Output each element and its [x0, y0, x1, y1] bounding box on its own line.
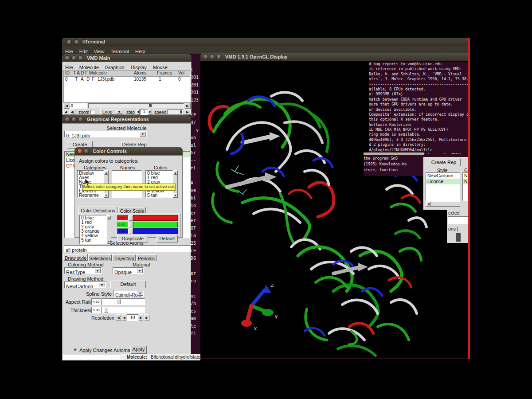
loop-dropdown-arrow-icon[interactable]: ▼ — [116, 110, 122, 114]
terminal-close-icon[interactable] — [66, 39, 72, 45]
step-value-box[interactable]: 1 — [140, 109, 148, 115]
material-arrow-icon[interactable]: ▼ — [137, 268, 143, 273]
graph-rep-maximize-icon[interactable] — [78, 117, 83, 122]
status-input[interactable] — [63, 355, 120, 360]
definition-item-5[interactable]: 5 tan — [80, 238, 106, 242]
definitions-scroll-down-icon[interactable]: ▼ — [107, 240, 111, 244]
aspect-ratio-slider-thumb[interactable] — [117, 299, 121, 304]
selected-atoms-input[interactable]: all protein — [64, 245, 191, 252]
opengl-minimize-icon[interactable] — [210, 54, 215, 59]
color-item-1[interactable]: 1 red — [146, 175, 172, 180]
selected-molecule-arrow-icon[interactable]: ▼ — [140, 132, 146, 137]
spline-style-arrow-icon[interactable]: ▼ — [137, 291, 143, 296]
resolution-fast-up-button[interactable]: ▶ — [144, 314, 149, 321]
speed-slider-track[interactable] — [167, 110, 183, 114]
definition-item-3[interactable]: 3 orange — [80, 229, 106, 233]
color-controls-titlebar[interactable]: Color Controls — [74, 147, 183, 155]
apply-button[interactable]: Apply — [130, 346, 147, 354]
vmd-main-close-icon[interactable] — [65, 55, 70, 61]
thickness-slider-thumb[interactable] — [104, 308, 108, 313]
category-item-1[interactable]: Axes — [78, 175, 103, 180]
play-reverse-button[interactable]: ◀ — [63, 109, 68, 115]
grayscale-button[interactable]: Grayscale — [117, 235, 148, 243]
blue-value-box[interactable]: 1.00 — [117, 228, 129, 234]
categories-scroll-up-icon[interactable]: ▲ — [104, 171, 108, 175]
definition-item-0[interactable]: 0 blue — [80, 215, 106, 220]
aspect-ratio-value-box[interactable]: 4.10 — [91, 298, 101, 305]
frame-first-button[interactable]: |◀ — [63, 103, 69, 109]
fragment-selected-input[interactable] — [448, 216, 469, 224]
vmd-main-minimize-icon[interactable] — [71, 55, 77, 61]
vmd-main-menu-0[interactable]: File — [65, 65, 73, 70]
definition-item-4[interactable]: 4 yellow — [80, 233, 106, 238]
frame-last-button[interactable]: ▶| — [185, 103, 191, 109]
definitions-scrollbar[interactable]: ▲ ▼ — [106, 215, 111, 244]
graph-rep-minimize-icon[interactable] — [71, 117, 77, 122]
red-slider-thumb[interactable] — [129, 215, 133, 221]
opengl-maximize-icon[interactable] — [216, 54, 222, 59]
color-item-5[interactable]: 5 tan — [146, 193, 172, 197]
blue-slider-thumb[interactable] — [129, 228, 133, 234]
material-dropdown[interactable]: Opaque ▼ — [113, 267, 144, 274]
green-slider-thumb[interactable] — [129, 222, 133, 227]
default-button[interactable]: Default — [110, 281, 146, 288]
definitions-listbox[interactable]: 0 blue1 red2 gray3 orange4 yellow5 tan — [79, 215, 106, 244]
molecule-table-row[interactable]: 0 T A D F 1J3I.pdb 10135 1 0 — [64, 77, 190, 82]
red-value-box[interactable]: 0.00 — [117, 215, 129, 221]
color-controls-minimize-icon[interactable] — [84, 149, 89, 154]
loop-dropdown[interactable]: Loop ▼ — [100, 109, 123, 115]
green-value-box[interactable]: 0.00 — [117, 222, 129, 227]
tab-color-scale[interactable]: Color Scale — [118, 207, 146, 214]
grayscale-default-button[interactable]: Default — [156, 235, 178, 243]
vmd-main-menu-4[interactable]: Mouse — [153, 65, 168, 70]
tab-color-definitions[interactable]: Color Definitions — [78, 207, 117, 213]
vmd-main-menu-3[interactable]: Display — [131, 65, 147, 70]
opengl-close-icon[interactable] — [203, 54, 208, 59]
fragment-style-listbox[interactable]: NewCartoon Licorice — [426, 172, 460, 201]
frame-slider-track[interactable] — [88, 103, 184, 108]
fragment-create-rep-button[interactable]: Create Rep — [427, 159, 461, 166]
blue-slider-track[interactable] — [133, 228, 178, 234]
tab-periodic[interactable]: Periodic — [136, 254, 156, 261]
categories-scroll-down-icon[interactable]: ▼ — [104, 193, 108, 197]
step-up-button[interactable]: ▶ — [149, 109, 152, 115]
red-slider-track[interactable] — [133, 215, 178, 221]
coloring-method-dropdown[interactable]: ResType ▼ — [64, 267, 102, 274]
resolution-value-box[interactable]: 10 — [127, 314, 138, 321]
color-item-0[interactable]: 0 blue — [146, 171, 172, 175]
colors-scroll-down-icon[interactable]: ▼ — [173, 193, 177, 197]
vmd-main-menu-2[interactable]: Graphics — [105, 65, 125, 70]
category-item-0[interactable]: Display — [78, 171, 103, 175]
definition-item-1[interactable]: 1 red — [80, 220, 106, 224]
graph-rep-titlebar[interactable]: Graphical Representations — [62, 115, 191, 123]
step-reverse-button[interactable]: ◀| — [69, 109, 75, 115]
vmd-main-titlebar[interactable]: VMD Main — [62, 54, 192, 62]
aspect-ratio-slider-track[interactable] — [102, 298, 145, 305]
fragment-style-item-1[interactable]: Licorice — [426, 179, 460, 184]
tab-selections[interactable]: Selections — [88, 254, 112, 261]
tab-trajectory[interactable]: Trajectory — [112, 254, 136, 261]
frame-number-box[interactable]: 0 — [70, 103, 87, 109]
frame-slider-thumb[interactable] — [149, 104, 152, 107]
category-item-5[interactable]: Resname — [78, 193, 103, 197]
vmd-main-maximize-icon[interactable] — [78, 55, 83, 61]
selected-molecule-dropdown[interactable]: 0: 1J3I.pdb ▼ — [64, 131, 147, 137]
thickness-value-box[interactable]: 0.30 — [91, 307, 101, 313]
terminal-minimize-icon[interactable] — [74, 39, 79, 45]
definitions-scroll-up-icon[interactable]: ▲ — [107, 215, 111, 219]
green-slider-track[interactable] — [133, 222, 178, 227]
tab-draw-style[interactable]: Draw style — [63, 254, 88, 261]
fragment-tab-label[interactable]: ons | — [448, 226, 458, 231]
color-controls-close-icon[interactable] — [77, 149, 82, 154]
colors-scroll-up-icon[interactable]: ▲ — [173, 171, 177, 175]
speed-slider-thumb[interactable] — [180, 110, 182, 113]
drawing-method-dropdown[interactable]: NewCartoon ▼ — [64, 282, 106, 288]
drawing-method-arrow-icon[interactable]: ▼ — [99, 282, 105, 287]
zoom-checkbox[interactable] — [90, 110, 94, 114]
apply-auto-diamond-icon[interactable]: ◆ — [74, 347, 77, 352]
coloring-method-arrow-icon[interactable]: ▼ — [94, 268, 101, 273]
thickness-slider-track[interactable] — [102, 307, 145, 313]
terminal-titlebar[interactable]: Terminal — [62, 38, 469, 46]
step-forward-button[interactable]: |▶ — [184, 109, 190, 115]
fragment-scroll-left-icon[interactable]: ◀ — [426, 202, 431, 206]
